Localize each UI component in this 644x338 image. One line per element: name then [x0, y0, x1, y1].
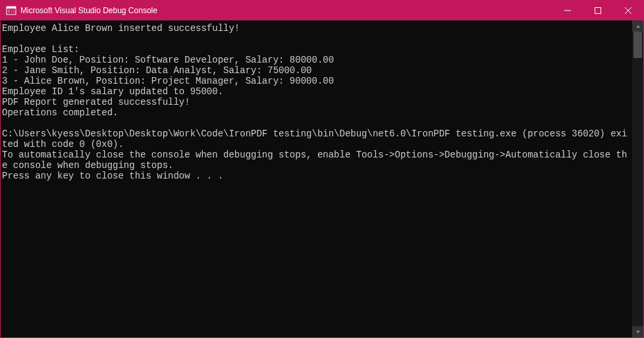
- scroll-track[interactable]: [632, 32, 643, 326]
- window-title: Microsoft Visual Studio Debug Console: [20, 6, 157, 15]
- app-icon: C:\: [6, 5, 16, 16]
- client-area: Employee Alice Brown inserted successful…: [1, 20, 643, 337]
- svg-marker-8: [636, 331, 640, 333]
- svg-marker-7: [636, 25, 640, 28]
- close-button[interactable]: [613, 1, 643, 20]
- maximize-button[interactable]: [583, 1, 613, 20]
- svg-text:C:\: C:\: [8, 9, 15, 13]
- scroll-thumb[interactable]: [633, 32, 642, 58]
- svg-rect-4: [595, 8, 601, 14]
- minimize-button[interactable]: [552, 1, 583, 20]
- vertical-scrollbar[interactable]: [632, 20, 643, 337]
- scroll-down-button[interactable]: [632, 326, 643, 337]
- scroll-up-button[interactable]: [632, 20, 643, 32]
- titlebar[interactable]: C:\ Microsoft Visual Studio Debug Consol…: [1, 1, 643, 20]
- console-output[interactable]: Employee Alice Brown inserted successful…: [1, 20, 632, 337]
